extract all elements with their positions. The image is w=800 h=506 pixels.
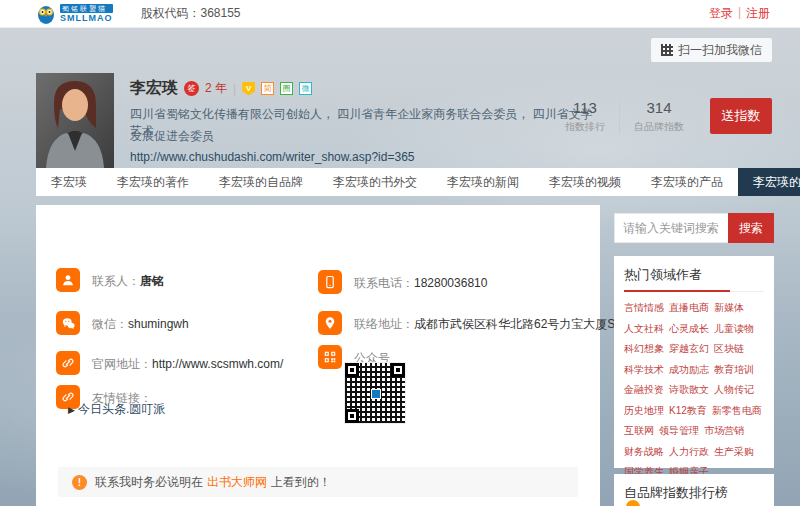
- contact-person-row: 联系人：唐铭: [56, 268, 164, 292]
- cert-icon-3: 微: [299, 82, 312, 95]
- qr-center-logo: [371, 389, 381, 399]
- tab-works[interactable]: 李宏瑛的著作: [102, 168, 204, 196]
- wechat-label: 微信：: [92, 317, 128, 331]
- address-row: 联络地址：成都市武侯区科华北路62号力宝大厦S1401: [318, 311, 642, 335]
- hot-tag[interactable]: 新媒体: [714, 301, 744, 315]
- phone-label: 联系电话：: [354, 276, 414, 290]
- address-label: 联络地址：: [354, 317, 414, 331]
- hot-tag[interactable]: 领导管理: [659, 424, 699, 438]
- hot-tag[interactable]: 儿童读物: [714, 322, 754, 336]
- send-index-button[interactable]: 送指数: [710, 98, 772, 134]
- hot-tag[interactable]: 新零售电商: [712, 404, 762, 418]
- hot-tag[interactable]: 成功励志: [669, 363, 709, 377]
- hot-authors-panel: 热门领域作者 言情情感直播电商新媒体 人文社科心灵成长儿童读物 科幻想象穿越玄幻…: [614, 256, 774, 468]
- notice-suffix: 上看到的！: [271, 475, 331, 489]
- contact-person-value: 唐铭: [140, 274, 164, 288]
- contact-card: 联系人：唐铭 联系电话：18280036810 微信：shumingwh 联络地…: [36, 205, 600, 506]
- friend-link-text: 今日头条.圆叮派: [78, 402, 165, 416]
- tab-contact[interactable]: 李宏瑛的联系方式: [738, 168, 800, 196]
- rank-panel-title: 自品牌指数排行榜: [624, 484, 764, 506]
- notice-site-link[interactable]: 出书大师网: [207, 475, 267, 489]
- friend-link-item[interactable]: ▶今日头条.圆叮派: [68, 401, 165, 418]
- hot-tag[interactable]: 人力行政: [669, 445, 709, 459]
- stat-label: 自品牌指数: [634, 120, 684, 134]
- hot-panel-title: 热门领域作者: [624, 266, 764, 292]
- address-value: 成都市武侯区科华北路62号力宝大厦S1401: [414, 317, 642, 331]
- stat-value: 314: [634, 99, 684, 116]
- tab-videos[interactable]: 李宏瑛的视频: [534, 168, 636, 196]
- badge-divider: |: [233, 82, 236, 96]
- website-row: 官网地址：http://www.scsmwh.com/: [56, 351, 283, 375]
- stat-index-rank: 113 指数排行: [551, 99, 619, 134]
- search-input[interactable]: [614, 213, 728, 243]
- logo-latin: SMLLMAO: [60, 14, 113, 23]
- tab-book-diplomacy[interactable]: 李宏瑛的书外交: [318, 168, 432, 196]
- wechat-row: 微信：shumingwh: [56, 311, 189, 335]
- auth-divider: |: [738, 5, 741, 22]
- hot-tag[interactable]: 科学技术: [624, 363, 664, 377]
- owl-logo-icon: [36, 3, 56, 25]
- profile-header: 李宏瑛 签 2 年 | V 简 圈 微: [130, 78, 312, 99]
- verified-shield-icon: V: [242, 82, 255, 96]
- notice-text: 联系我时务必说明在出书大师网上看到的！: [95, 474, 331, 491]
- qr-finder: [345, 409, 359, 423]
- writer-name: 李宏瑛: [130, 78, 178, 99]
- stock-code: 股权代码：368155: [141, 5, 241, 22]
- hot-tag[interactable]: 人物传记: [714, 383, 754, 397]
- hot-tag[interactable]: K12教育: [669, 404, 707, 418]
- avatar-photo: [36, 73, 114, 168]
- tab-news[interactable]: 李宏瑛的新闻: [432, 168, 534, 196]
- hot-tag[interactable]: 生产采购: [714, 445, 754, 459]
- stat-brand-index: 314 自品牌指数: [620, 99, 698, 134]
- cert-icon-1: 简: [261, 82, 274, 95]
- link-icon: [56, 351, 80, 375]
- logo-text: 蜀铭联盟猫 SMLLMAO: [60, 4, 113, 23]
- hot-tag[interactable]: 金融投资: [624, 383, 664, 397]
- tab-self-brand[interactable]: 李宏瑛的自品牌: [204, 168, 318, 196]
- hot-tags: 言情情感直播电商新媒体 人文社科心灵成长儿童读物 科幻想象穿越玄幻区块链 科学技…: [624, 301, 764, 479]
- login-link[interactable]: 登录: [709, 5, 733, 22]
- tab-home[interactable]: 李宏瑛: [36, 168, 102, 196]
- hot-tag[interactable]: 穿越玄幻: [669, 342, 709, 356]
- notice-bar: ! 联系我时务必说明在出书大师网上看到的！: [58, 467, 578, 497]
- hot-tag[interactable]: 人文社科: [624, 322, 664, 336]
- hot-tag[interactable]: 诗歌散文: [669, 383, 709, 397]
- hot-tag[interactable]: 心灵成长: [669, 322, 709, 336]
- site-logo[interactable]: 蜀铭联盟猫 SMLLMAO: [36, 3, 113, 25]
- hot-tag[interactable]: 互联网: [624, 424, 654, 438]
- tab-products[interactable]: 李宏瑛的产品: [636, 168, 738, 196]
- hot-tag[interactable]: 教育培训: [714, 363, 754, 377]
- hot-tag[interactable]: 区块链: [714, 342, 744, 356]
- exclamation-icon: !: [72, 475, 87, 490]
- sidebar-search: 搜索: [614, 213, 774, 243]
- scan-wechat-label: 扫一扫加我微信: [678, 42, 762, 59]
- website-label: 官网地址：: [92, 357, 152, 371]
- hot-tag[interactable]: 科幻想象: [624, 342, 664, 356]
- profile-description-line2: 发展促进会委员: [130, 128, 600, 145]
- auth-links: 登录 | 注册: [709, 5, 770, 22]
- hot-tag[interactable]: 历史地理: [624, 404, 664, 418]
- stat-value: 113: [565, 99, 605, 116]
- signed-badge-icon: 签: [184, 81, 199, 96]
- hot-tag[interactable]: 市场营销: [704, 424, 744, 438]
- page: 蜀铭联盟猫 SMLLMAO 股权代码：368155 登录 | 注册 扫一扫加我微…: [0, 0, 800, 506]
- scan-wechat-button[interactable]: 扫一扫加我微信: [651, 38, 772, 62]
- location-pin-icon: [318, 311, 342, 335]
- qr-finder: [391, 363, 405, 377]
- register-link[interactable]: 注册: [746, 5, 770, 22]
- tab-bar: 李宏瑛 李宏瑛的著作 李宏瑛的自品牌 李宏瑛的书外交 李宏瑛的新闻 李宏瑛的视频…: [36, 168, 772, 196]
- logo-chinese: 蜀铭联盟猫: [60, 4, 113, 13]
- search-button[interactable]: 搜索: [728, 213, 774, 243]
- person-icon: [56, 268, 80, 292]
- website-value[interactable]: http://www.scsmwh.com/: [152, 357, 283, 371]
- hot-tag[interactable]: 言情情感: [624, 301, 664, 315]
- contact-person-label: 联系人：: [92, 274, 140, 288]
- hot-tag[interactable]: 财务战略: [624, 445, 664, 459]
- stats-block: 113 指数排行 314 自品牌指数 送指数: [551, 98, 772, 134]
- hot-tag[interactable]: 直播电商: [669, 301, 709, 315]
- avatar: [36, 73, 114, 168]
- years-label: 2 年: [205, 80, 227, 97]
- profile-url-link[interactable]: http://www.chushudashi.com/writer_show.a…: [130, 150, 415, 164]
- notice-prefix: 联系我时务必说明在: [95, 475, 203, 489]
- qr-mini-icon: [661, 44, 673, 56]
